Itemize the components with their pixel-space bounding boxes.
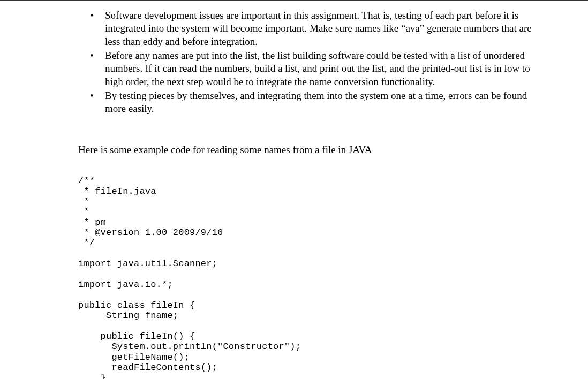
code-block: /** * fileIn.java * * * pm * @version 1.… xyxy=(78,176,540,379)
bullet-list: Software development issues are importan… xyxy=(90,9,540,116)
bullet-item: Before any names are put into the list, … xyxy=(90,49,540,88)
intro-paragraph: Here is some example code for reading so… xyxy=(78,143,540,157)
document-page: Software development issues are importan… xyxy=(0,1,588,379)
bullet-item: Software development issues are importan… xyxy=(90,9,540,48)
bullet-item: By testing pieces by themselves, and int… xyxy=(90,89,540,116)
